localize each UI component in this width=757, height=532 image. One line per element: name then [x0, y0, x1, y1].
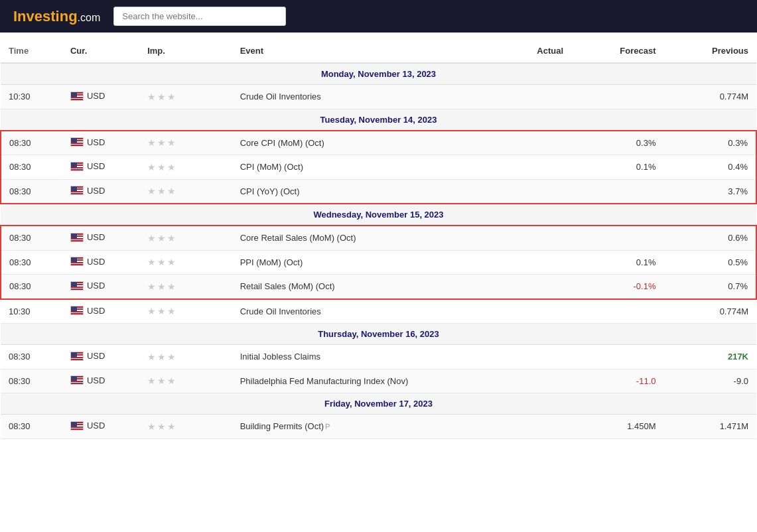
- event-actual: [494, 131, 571, 155]
- event-actual: [494, 369, 571, 393]
- currency-flag: USD: [70, 186, 105, 196]
- flag-icon: [70, 375, 84, 385]
- day-header: Wednesday, November 15, 2023: [1, 204, 756, 226]
- event-time: 08:30: [1, 179, 62, 204]
- event-name[interactable]: Core Retail Sales (MoM) (Oct): [232, 226, 494, 250]
- importance-stars: ★★★: [147, 92, 177, 102]
- currency-code: USD: [87, 421, 105, 431]
- currency-code: USD: [87, 306, 105, 316]
- logo-com: .com: [78, 12, 101, 23]
- calendar-table: Time Cur. Imp. Event Actual Forecast Pre…: [0, 39, 757, 439]
- day-header: Tuesday, November 14, 2023: [1, 109, 756, 131]
- event-forecast: [571, 226, 663, 250]
- flag-icon: [70, 281, 84, 291]
- event-actual: [494, 85, 571, 109]
- currency-flag: USD: [70, 281, 105, 291]
- event-forecast: -11.0: [571, 369, 663, 393]
- event-importance: ★★★: [139, 345, 232, 369]
- event-previous: 1.471M: [664, 415, 757, 439]
- flag-icon: [70, 421, 84, 431]
- currency-flag: USD: [70, 137, 105, 147]
- event-actual: [494, 415, 571, 439]
- search-input[interactable]: [113, 7, 286, 26]
- event-actual: [494, 345, 571, 369]
- event-importance: ★★★: [139, 369, 232, 393]
- header: Investing.com: [0, 0, 757, 33]
- currency-flag: USD: [70, 91, 105, 101]
- importance-stars: ★★★: [147, 306, 177, 316]
- flag-icon: [70, 352, 84, 361]
- col-time: Time: [1, 39, 62, 63]
- event-importance: ★★★: [139, 299, 232, 324]
- col-importance: Imp.: [139, 39, 232, 63]
- day-label: Tuesday, November 14, 2023: [1, 109, 756, 131]
- currency-flag: USD: [70, 161, 105, 171]
- table-row: 08:30 USD ★★★ CPI (YoY) (Oct) 3.7%: [1, 179, 756, 204]
- event-name[interactable]: CPI (YoY) (Oct): [232, 179, 494, 204]
- event-currency: USD: [62, 179, 139, 204]
- table-header: Time Cur. Imp. Event Actual Forecast Pre…: [1, 39, 756, 63]
- event-time: 08:30: [1, 369, 62, 393]
- event-actual: [494, 155, 571, 180]
- event-previous: 217K: [664, 345, 757, 369]
- currency-code: USD: [87, 257, 105, 267]
- event-previous: 0.774M: [664, 299, 757, 324]
- currency-code: USD: [87, 232, 105, 242]
- event-importance: ★★★: [139, 155, 232, 180]
- currency-flag: USD: [70, 375, 105, 385]
- currency-code: USD: [87, 375, 105, 385]
- event-name[interactable]: PPI (MoM) (Oct): [232, 250, 494, 275]
- day-label: Friday, November 17, 2023: [1, 393, 756, 415]
- event-forecast: -0.1%: [571, 275, 663, 299]
- table-row: 10:30 USD ★★★ Crude Oil Inventories 0.77…: [1, 299, 756, 324]
- event-previous: 3.7%: [664, 179, 757, 204]
- event-name[interactable]: Crude Oil Inventories: [232, 299, 494, 324]
- currency-code: USD: [87, 186, 105, 196]
- event-name[interactable]: Initial Jobless Claims: [232, 345, 494, 369]
- event-currency: USD: [62, 155, 139, 180]
- col-previous: Previous: [664, 39, 757, 63]
- event-name[interactable]: Core CPI (MoM) (Oct): [232, 131, 494, 155]
- preliminary-icon: P: [325, 423, 330, 431]
- currency-flag: USD: [70, 421, 105, 431]
- event-name[interactable]: Crude Oil Inventories: [232, 85, 494, 109]
- event-importance: ★★★: [139, 179, 232, 204]
- event-time: 08:30: [1, 250, 62, 275]
- event-importance: ★★★: [139, 131, 232, 155]
- event-name[interactable]: CPI (MoM) (Oct): [232, 155, 494, 180]
- event-time: 10:30: [1, 85, 62, 109]
- event-previous: -9.0: [664, 369, 757, 393]
- currency-code: USD: [87, 281, 105, 291]
- currency-flag: USD: [70, 257, 105, 267]
- event-time: 08:30: [1, 131, 62, 155]
- event-name[interactable]: Building Permits (Oct)P: [232, 415, 494, 439]
- event-forecast: 0.1%: [571, 250, 663, 275]
- event-importance: ★★★: [139, 85, 232, 109]
- event-currency: USD: [62, 415, 139, 439]
- event-name[interactable]: Retail Sales (MoM) (Oct): [232, 275, 494, 299]
- site-logo[interactable]: Investing.com: [13, 8, 100, 25]
- currency-flag: USD: [70, 232, 105, 242]
- economic-calendar: Time Cur. Imp. Event Actual Forecast Pre…: [0, 33, 757, 446]
- event-forecast: [571, 299, 663, 324]
- event-name[interactable]: Philadelphia Fed Manufacturing Index (No…: [232, 369, 494, 393]
- importance-stars: ★★★: [147, 281, 177, 292]
- event-actual: [494, 179, 571, 204]
- event-forecast: [571, 179, 663, 204]
- day-header: Thursday, November 16, 2023: [1, 324, 756, 345]
- table-row: 08:30 USD ★★★ CPI (MoM) (Oct) 0.1% 0.4%: [1, 155, 756, 180]
- event-forecast: [571, 85, 663, 109]
- event-importance: ★★★: [139, 275, 232, 299]
- flag-icon: [70, 92, 84, 101]
- importance-stars: ★★★: [147, 375, 177, 386]
- event-time: 08:30: [1, 415, 62, 439]
- day-label: Wednesday, November 15, 2023: [1, 204, 756, 226]
- day-label: Thursday, November 16, 2023: [1, 324, 756, 345]
- event-previous: 0.5%: [664, 250, 757, 275]
- currency-flag: USD: [70, 351, 105, 361]
- table-row: 10:30 USD ★★★ Crude Oil Inventories 0.77…: [1, 85, 756, 109]
- importance-stars: ★★★: [147, 257, 177, 267]
- col-currency: Cur.: [62, 39, 139, 63]
- logo-investing: Investing: [13, 8, 78, 25]
- importance-stars: ★★★: [147, 137, 177, 148]
